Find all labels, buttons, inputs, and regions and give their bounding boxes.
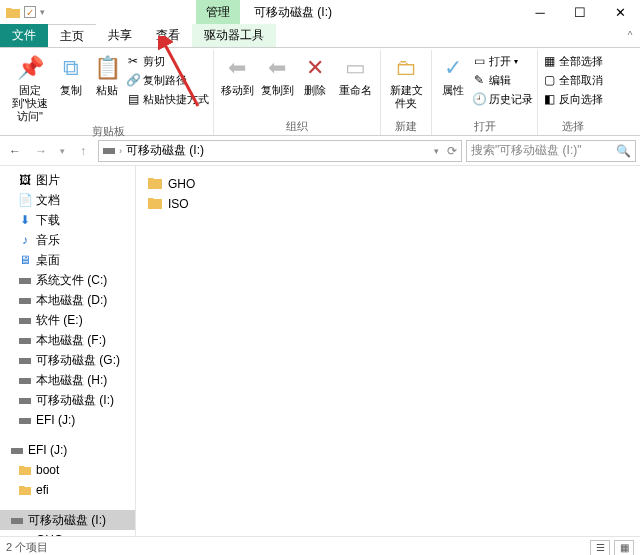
item-count: 2 个项目 bbox=[6, 540, 48, 555]
svg-rect-10 bbox=[11, 518, 23, 524]
drive-icon bbox=[18, 373, 32, 387]
ribbon-minimize-icon[interactable]: ^ bbox=[620, 24, 640, 47]
paste-button[interactable]: 📋 粘贴 bbox=[90, 52, 124, 97]
search-placeholder: 搜索"可移动磁盘 (I:)" bbox=[471, 142, 582, 159]
properties-icon: ✓ bbox=[439, 54, 467, 82]
tree-documents[interactable]: 📄文档 bbox=[0, 190, 135, 210]
shortcut-icon: ▤ bbox=[126, 92, 140, 106]
open-button[interactable]: ▭打开▾ bbox=[472, 52, 533, 70]
pictures-icon: 🖼 bbox=[18, 173, 32, 187]
move-to-button[interactable]: ⬅ 移动到 bbox=[218, 52, 256, 97]
folder-icon bbox=[18, 483, 32, 497]
window-controls: ─ ☐ ✕ bbox=[520, 0, 640, 24]
address-bar[interactable]: › 可移动磁盘 (I:) ▾ ⟳ bbox=[98, 140, 462, 162]
select-all-button[interactable]: ▦全部选择 bbox=[542, 52, 603, 70]
paste-label: 粘贴 bbox=[96, 84, 118, 97]
tab-share[interactable]: 共享 bbox=[96, 24, 144, 47]
view-icons-button[interactable]: ▦ bbox=[614, 540, 634, 556]
copy-to-button[interactable]: ⬅ 复制到 bbox=[258, 52, 296, 97]
tree-desktop[interactable]: 🖥桌面 bbox=[0, 250, 135, 270]
tree-system-c[interactable]: 系统文件 (C:) bbox=[0, 270, 135, 290]
tree-efi-j2[interactable]: EFI (J:) bbox=[0, 440, 135, 460]
history-icon: 🕘 bbox=[472, 92, 486, 106]
window-title: 可移动磁盘 (I:) bbox=[240, 0, 346, 24]
downloads-icon: ⬇ bbox=[18, 213, 32, 227]
content-area: 🖼图片 📄文档 ⬇下载 ♪音乐 🖥桌面 系统文件 (C:) 本地磁盘 (D:) … bbox=[0, 166, 640, 536]
documents-icon: 📄 bbox=[18, 193, 32, 207]
close-button[interactable]: ✕ bbox=[600, 0, 640, 24]
search-box[interactable]: 搜索"可移动磁盘 (I:)" 🔍 bbox=[466, 140, 636, 162]
file-name: GHO bbox=[168, 177, 195, 191]
copy-path-button[interactable]: 🔗复制路径 bbox=[126, 71, 209, 89]
chevron-down-icon[interactable]: ▾ bbox=[434, 146, 439, 156]
file-list[interactable]: GHO ISO bbox=[136, 166, 640, 536]
file-item[interactable]: ISO bbox=[148, 194, 628, 214]
history-button[interactable]: 🕘历史记录 bbox=[472, 90, 533, 108]
navigation-tree[interactable]: 🖼图片 📄文档 ⬇下载 ♪音乐 🖥桌面 系统文件 (C:) 本地磁盘 (D:) … bbox=[0, 166, 136, 536]
rename-button[interactable]: ▭ 重命名 bbox=[334, 52, 376, 97]
music-icon: ♪ bbox=[18, 233, 32, 247]
tab-home[interactable]: 主页 bbox=[48, 24, 96, 47]
pin-quick-access-button[interactable]: 📌 固定到"快速访问" bbox=[8, 52, 52, 124]
group-organize: ⬅ 移动到 ⬅ 复制到 ✕ 删除 ▭ 重命名 组织 bbox=[214, 50, 381, 135]
file-item[interactable]: GHO bbox=[148, 174, 628, 194]
tree-removable-g[interactable]: 可移动磁盘 (G:) bbox=[0, 350, 135, 370]
invert-selection-button[interactable]: ◧反向选择 bbox=[542, 90, 603, 108]
tree-local-f[interactable]: 本地磁盘 (F:) bbox=[0, 330, 135, 350]
up-button[interactable]: ↑ bbox=[72, 140, 94, 162]
breadcrumb[interactable]: 可移动磁盘 (I:) bbox=[126, 142, 204, 159]
back-button[interactable]: ← bbox=[4, 140, 26, 162]
svg-rect-1 bbox=[19, 278, 31, 284]
tree-downloads[interactable]: ⬇下载 bbox=[0, 210, 135, 230]
tree-gho[interactable]: GHO bbox=[0, 530, 135, 536]
history-dropdown[interactable]: ▾ bbox=[56, 140, 68, 162]
tree-removable-i[interactable]: 可移动磁盘 (I:) bbox=[0, 390, 135, 410]
invert-icon: ◧ bbox=[542, 92, 556, 106]
pin-label: 固定到"快速访问" bbox=[8, 84, 52, 124]
contextual-tab-header: 管理 可移动磁盘 (I:) bbox=[196, 0, 346, 24]
contextual-tab-manage[interactable]: 管理 bbox=[196, 0, 240, 24]
new-folder-button[interactable]: 🗀 新建文件夹 bbox=[385, 52, 427, 110]
delete-icon: ✕ bbox=[301, 54, 329, 82]
group-clipboard: 📌 固定到"快速访问" ⧉ 复制 📋 粘贴 ✂剪切 🔗复制路径 ▤粘贴快捷方式 … bbox=[4, 50, 214, 135]
titlebar: ✓ ▾ 管理 可移动磁盘 (I:) ─ ☐ ✕ bbox=[0, 0, 640, 24]
edit-button[interactable]: ✎编辑 bbox=[472, 71, 533, 89]
tree-local-d[interactable]: 本地磁盘 (D:) bbox=[0, 290, 135, 310]
file-name: ISO bbox=[168, 197, 189, 211]
minimize-button[interactable]: ─ bbox=[520, 0, 560, 24]
properties-button[interactable]: ✓ 属性 bbox=[436, 52, 470, 97]
tree-efi-j[interactable]: EFI (J:) bbox=[0, 410, 135, 430]
refresh-icon[interactable]: ⟳ bbox=[447, 144, 457, 158]
tree-music[interactable]: ♪音乐 bbox=[0, 230, 135, 250]
drive-icon bbox=[18, 273, 32, 287]
drive-icon bbox=[103, 144, 115, 158]
checkbox-icon[interactable]: ✓ bbox=[24, 6, 36, 18]
edit-icon: ✎ bbox=[472, 73, 486, 87]
delete-button[interactable]: ✕ 删除 bbox=[298, 52, 332, 97]
group-label-open: 打开 bbox=[474, 119, 496, 134]
copy-button[interactable]: ⧉ 复制 bbox=[54, 52, 88, 97]
svg-rect-7 bbox=[19, 398, 31, 404]
tree-local-h[interactable]: 本地磁盘 (H:) bbox=[0, 370, 135, 390]
tree-removable-i2[interactable]: 可移动磁盘 (I:) bbox=[0, 510, 135, 530]
tree-software-e[interactable]: 软件 (E:) bbox=[0, 310, 135, 330]
view-details-button[interactable]: ☰ bbox=[590, 540, 610, 556]
tree-pictures[interactable]: 🖼图片 bbox=[0, 170, 135, 190]
folder-icon bbox=[4, 3, 22, 21]
tab-drive-tools[interactable]: 驱动器工具 bbox=[192, 24, 276, 47]
move-to-label: 移动到 bbox=[221, 84, 254, 97]
drive-icon bbox=[10, 443, 24, 457]
maximize-button[interactable]: ☐ bbox=[560, 0, 600, 24]
tree-efi[interactable]: efi bbox=[0, 480, 135, 500]
cut-button[interactable]: ✂剪切 bbox=[126, 52, 209, 70]
copy-label: 复制 bbox=[60, 84, 82, 97]
tab-file[interactable]: 文件 bbox=[0, 24, 48, 47]
tab-view[interactable]: 查看 bbox=[144, 24, 192, 47]
nav-row: ← → ▾ ↑ › 可移动磁盘 (I:) ▾ ⟳ 搜索"可移动磁盘 (I:)" … bbox=[0, 136, 640, 166]
svg-rect-3 bbox=[19, 318, 31, 324]
svg-rect-2 bbox=[19, 298, 31, 304]
forward-button[interactable]: → bbox=[30, 140, 52, 162]
select-none-button[interactable]: ▢全部取消 bbox=[542, 71, 603, 89]
tree-boot[interactable]: boot bbox=[0, 460, 135, 480]
paste-shortcut-button[interactable]: ▤粘贴快捷方式 bbox=[126, 90, 209, 108]
